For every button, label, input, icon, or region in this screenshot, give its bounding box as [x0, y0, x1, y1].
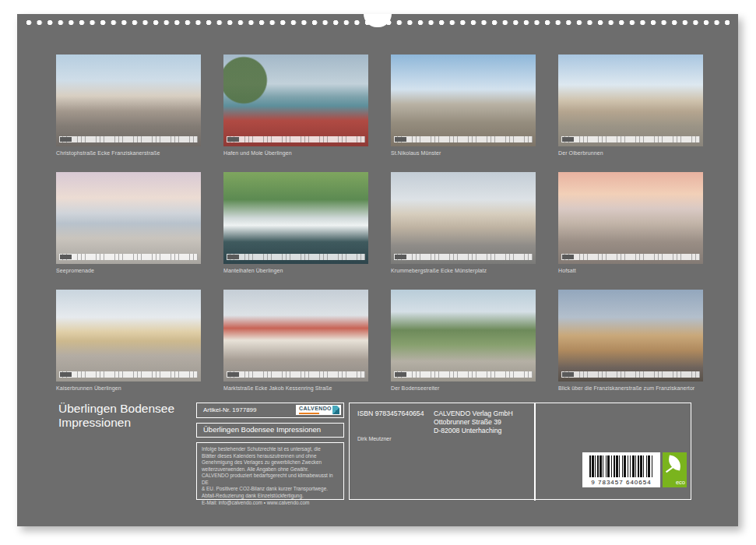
thumbnail-caption: Krummebergstraße Ecke Münsterplatz	[391, 268, 536, 273]
barcode-digits: 9 783457 640654	[582, 479, 660, 486]
month-photo	[56, 290, 201, 382]
date-strip	[227, 371, 365, 378]
month-photo	[558, 290, 703, 382]
thumbnail-caption: Kaiserbrunnen Überlingen	[56, 385, 201, 391]
month-photo	[223, 172, 368, 264]
month-photo	[56, 54, 201, 146]
date-strip	[227, 254, 365, 260]
thumbnail-caption: Hofsatt	[558, 268, 703, 273]
month-thumbnail: Kaiserbrunnen Überlingen	[56, 290, 201, 391]
eco-leaf-icon	[666, 455, 682, 470]
thumbnail-caption: Seepromenade	[56, 268, 201, 273]
calendar-sheet-icon	[332, 406, 339, 414]
publisher-box: ISBN 9783457640654 CALVENDO Verlag GmbH …	[349, 403, 691, 500]
thumbnail-caption: Hafen und Mole Überlingen	[223, 150, 368, 156]
month-thumbnail: Krummebergstraße Ecke Münsterplatz	[391, 172, 536, 273]
calendar-title: Überlingen Bodensee Impressionen	[58, 402, 174, 430]
calvendo-logo: CALVENDO	[296, 405, 341, 415]
month-photo	[391, 54, 536, 146]
month-thumbnail: Mantelhafen Überlingen	[223, 172, 368, 273]
month-thumbnail: Blick über die Franziskanerstraße zum Fr…	[558, 290, 703, 391]
isbn-number: ISBN 9783457640654	[357, 410, 424, 417]
month-thumbnail: Hofsatt	[558, 172, 703, 273]
vertical-divider	[534, 403, 536, 501]
date-strip	[561, 136, 700, 142]
date-strip	[394, 371, 533, 378]
legal-text-box: Infolge bestehender Schutzrechte ist es …	[196, 442, 344, 500]
author-name: Dirk Meutzner	[357, 436, 392, 441]
calvendo-logo-text: CALVENDO	[299, 406, 332, 411]
barcode: 9 783457 640654	[582, 452, 660, 487]
thumbnail-caption: Christophstraße Ecke Franziskanerstraße	[56, 150, 201, 156]
article-number: Artikel-Nr. 1977899	[203, 403, 256, 417]
thumbnail-caption: Mantelhafen Überlingen	[223, 268, 368, 273]
legal-text: Infolge bestehender Schutzrechte ist es …	[202, 446, 340, 506]
thumbnail-caption: Der Olberbrunnen	[558, 150, 703, 156]
date-strip	[227, 136, 365, 142]
title-box-text: Überlingen Bodensee Impressionen	[203, 424, 321, 436]
month-thumbnail: Seepromenade	[56, 172, 201, 273]
date-strip	[561, 371, 700, 378]
thumbnail-caption: Marktstraße Ecke Jakob Kessenring Straße	[223, 385, 368, 391]
month-thumbnail: Hafen und Mole Überlingen	[223, 54, 368, 156]
date-strip	[59, 254, 198, 260]
date-strip	[59, 371, 198, 378]
month-thumbnail: Marktstraße Ecke Jakob Kessenring Straße	[223, 290, 368, 391]
thumbnail-grid: Christophstraße Ecke Franziskanerstraße …	[56, 54, 702, 391]
title-box: Überlingen Bodensee Impressionen	[196, 423, 344, 438]
month-thumbnail: Der Olberbrunnen	[558, 54, 703, 156]
month-photo	[391, 172, 536, 264]
barcode-bars	[589, 455, 653, 477]
month-photo	[558, 54, 703, 146]
month-thumbnail: Der Bodenseereiter	[391, 290, 536, 391]
month-photo	[391, 290, 536, 382]
month-photo	[558, 172, 703, 264]
date-strip	[394, 254, 533, 260]
article-number-box: Artikel-Nr. 1977899 CALVENDO	[196, 403, 344, 418]
month-thumbnail: St.Nikolaus Münster	[391, 54, 536, 156]
thumbnail-caption: Der Bodenseereiter	[391, 385, 536, 391]
publisher-address: CALVENDO Verlag GmbH Ottobrunner Straße …	[434, 410, 513, 435]
thumbnail-caption: Blick über die Franziskanerstraße zum Fr…	[558, 385, 703, 391]
date-strip	[394, 136, 533, 142]
thumbnail-caption: St.Nikolaus Münster	[391, 150, 536, 156]
date-strip	[59, 136, 198, 142]
calendar-back-cover: Christophstraße Ecke Franziskanerstraße …	[17, 14, 738, 526]
month-photo	[56, 172, 201, 264]
eco-label: eco	[663, 479, 685, 486]
month-photo	[223, 290, 368, 382]
eco-badge: eco	[663, 452, 687, 487]
logo-accent-line	[299, 413, 319, 414]
month-photo	[223, 54, 368, 146]
page-background: Christophstraße Ecke Franziskanerstraße …	[0, 0, 756, 545]
date-strip	[561, 254, 700, 260]
month-thumbnail: Christophstraße Ecke Franziskanerstraße	[56, 54, 201, 156]
